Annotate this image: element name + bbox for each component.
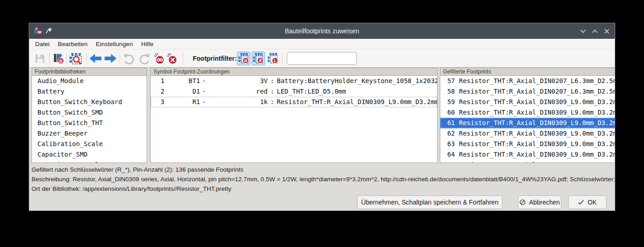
toolbar: Footprintfilter: # bbox=[29, 49, 615, 68]
footprints-list: 57Resistor_THT:R_Axial_DIN0207_L6.3mm_D2… bbox=[440, 76, 615, 163]
library-item[interactable]: Calibration_Scale bbox=[32, 139, 147, 149]
footprints-panel-caption: Gefilterte Footprints bbox=[440, 68, 615, 76]
view-footprint-button[interactable] bbox=[69, 52, 84, 65]
library-item[interactable]: Button_Switch_Keyboard bbox=[32, 97, 147, 107]
filter-keywords-icon bbox=[238, 53, 250, 64]
assignments-panel: Symbol-Footprint-Zuordnungen 1 BT1 - 3V … bbox=[150, 68, 438, 163]
cancel-icon bbox=[519, 199, 526, 205]
undo-button[interactable] bbox=[122, 52, 136, 65]
library-list: Audio_Module Battery Button_Switch_Keybo… bbox=[32, 76, 147, 163]
library-item[interactable]: Buzzer_Beeper bbox=[32, 128, 147, 139]
ok-button[interactable]: OK bbox=[568, 195, 607, 209]
delete-association-button[interactable] bbox=[152, 52, 166, 65]
footprint-filter-label: Footprintfilter: bbox=[193, 49, 237, 68]
assign-footprints-dialog: Bauteilfootprints zuweisen Datei Bearbei… bbox=[29, 23, 615, 211]
footprint-item[interactable]: 57Resistor_THT:R_Axial_DIN0207_L6.3mm_D2… bbox=[440, 76, 615, 86]
delete-cross-icon bbox=[165, 52, 178, 65]
footprint-item[interactable]: 62Resistor_THT:R_Axial_DIN0309_L9.0mm_D3… bbox=[440, 128, 615, 139]
view-footprint-icon bbox=[69, 53, 84, 65]
library-table-icon bbox=[53, 53, 64, 64]
close-icon[interactable] bbox=[603, 27, 610, 35]
menu-datei[interactable]: Datei bbox=[31, 39, 54, 49]
apply-save-continue-button[interactable]: Übernehmen, Schaltplan speichern & Fortf… bbox=[357, 195, 502, 209]
status-filter-line: Gefiltert nach Schlüsselwörter (R_*), Pi… bbox=[32, 165, 615, 174]
footprint-item[interactable]: 58Resistor_THT:R_Axial_DIN0207_L6.3mm_D2… bbox=[440, 86, 615, 97]
footprint-item-selected[interactable]: 61Resistor_THT:R_Axial_DIN0309_L9.0mm_D3… bbox=[440, 118, 615, 128]
delete-all-associations-button[interactable] bbox=[165, 52, 179, 65]
svg-text:L: L bbox=[274, 58, 276, 63]
footprint-item[interactable]: 60Resistor_THT:R_Axial_DIN0309_L9.0mm_D3… bbox=[440, 107, 615, 118]
footprint-item[interactable]: 65Resistor_THT:R_Axial_DIN0411_L9.9mm_D3… bbox=[440, 160, 615, 163]
library-item[interactable]: Capacitor_SMD bbox=[32, 149, 147, 160]
titlebar[interactable]: Bauteilfootprints zuweisen bbox=[29, 23, 615, 39]
library-panel: Footprintbibliotheken Audio_Module Batte… bbox=[32, 68, 147, 163]
menu-hilfe[interactable]: Hilfe bbox=[137, 39, 158, 49]
footprint-item[interactable]: 64Resistor_THT:R_Axial_DIN0309_L9.0mm_D3… bbox=[440, 149, 615, 160]
arrow-right-icon bbox=[104, 53, 117, 64]
window-title: Bauteilfootprints zuweisen bbox=[29, 23, 615, 39]
filter-pincount-icon: # bbox=[253, 53, 264, 64]
menu-bearbeiten[interactable]: Bearbeiten bbox=[54, 39, 92, 49]
footprint-item[interactable]: 59Resistor_THT:R_Axial_DIN0309_L9.0mm_D3… bbox=[440, 97, 615, 107]
status-description-line: Beschreibung: Resistor, Axial_DIN0309 se… bbox=[32, 174, 615, 184]
library-item[interactable]: Audio_Module bbox=[32, 76, 147, 86]
status-area: Gefiltert nach Schlüsselwörter (R_*), Pi… bbox=[32, 165, 615, 194]
menu-einstellungen[interactable]: Einstellungen bbox=[92, 39, 137, 49]
assignment-row[interactable]: 1 BT1 - 3V : Battery:BatteryHolder_Keyst… bbox=[151, 76, 437, 86]
library-item[interactable]: Button_Switch_THT bbox=[32, 118, 147, 128]
footprint-libraries-button[interactable] bbox=[52, 52, 65, 65]
filter-by-pincount-toggle[interactable]: # bbox=[252, 52, 265, 65]
library-item[interactable]: Button_Switch_SMD bbox=[32, 107, 147, 118]
footprint-filter-input[interactable] bbox=[287, 52, 357, 65]
next-symbol-button[interactable] bbox=[104, 52, 117, 65]
assignment-row-selected[interactable]: 3 R1 - 1k : Resistor_THT:R_Axial_DIN0309… bbox=[151, 97, 437, 107]
assignment-row[interactable]: 2 D1 - red : LED_THT:LED_D5.0mm bbox=[151, 86, 437, 97]
redo-icon bbox=[139, 53, 151, 64]
footprint-item[interactable]: 63Resistor_THT:R_Axial_DIN0309_L9.0mm_D3… bbox=[440, 139, 615, 149]
svg-text:#: # bbox=[259, 58, 262, 63]
save-icon bbox=[34, 53, 46, 64]
assignments-panel-caption: Symbol-Footprint-Zuordnungen bbox=[151, 68, 437, 76]
filter-by-keywords-toggle[interactable] bbox=[237, 52, 250, 65]
status-library-path-line: Ort der Bibliothek: /app/extensions/Libr… bbox=[32, 184, 615, 194]
footprints-panel: Gefilterte Footprints 57Resistor_THT:R_A… bbox=[440, 68, 615, 163]
check-icon bbox=[578, 200, 584, 205]
redo-button[interactable] bbox=[138, 52, 152, 65]
filter-by-library-toggle[interactable]: L bbox=[266, 52, 280, 65]
cancel-button[interactable]: Abbrechen bbox=[518, 195, 561, 209]
library-panel-caption: Footprintbibliotheken bbox=[32, 68, 147, 76]
arrow-left-icon bbox=[89, 53, 102, 64]
save-button[interactable] bbox=[33, 52, 47, 65]
minimize-icon[interactable] bbox=[579, 27, 586, 35]
unlink-icon bbox=[153, 52, 165, 65]
maximize-icon[interactable] bbox=[591, 27, 598, 35]
library-item[interactable]: Battery bbox=[32, 86, 147, 97]
menubar: Datei Bearbeiten Einstellungen Hilfe bbox=[29, 39, 615, 49]
assignments-list: 1 BT1 - 3V : Battery:BatteryHolder_Keyst… bbox=[151, 76, 437, 163]
library-item[interactable]: Capacitor_Tantalum_SMD bbox=[32, 160, 147, 163]
previous-symbol-button[interactable] bbox=[89, 52, 102, 65]
filter-library-icon: L bbox=[267, 53, 279, 64]
undo-icon bbox=[123, 53, 135, 64]
